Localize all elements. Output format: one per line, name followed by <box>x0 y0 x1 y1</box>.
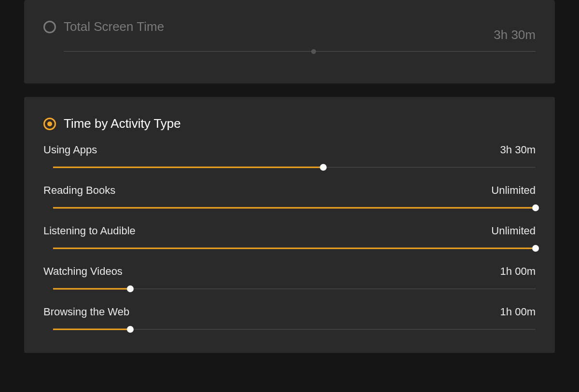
slider-fill <box>53 329 130 330</box>
slider-thumb[interactable] <box>532 245 539 252</box>
total-screen-time-value: 3h 30m <box>494 27 536 42</box>
slider-fill <box>53 248 536 249</box>
slider-thumb[interactable] <box>320 164 327 171</box>
activity-list: Using Apps 3h 30m Reading Books Unlimite… <box>43 144 536 333</box>
time-by-activity-card: Time by Activity Type Using Apps 3h 30m … <box>24 97 555 353</box>
activity-slider-using-apps[interactable] <box>53 164 536 171</box>
activity-row-using-apps: Using Apps 3h 30m <box>53 144 536 171</box>
slider-fill <box>53 288 130 290</box>
activity-name: Listening to Audible <box>43 225 136 237</box>
total-screen-time-card: Total Screen Time 3h 30m <box>24 0 555 83</box>
activity-name: Reading Books <box>43 184 115 197</box>
activity-name: Watching Videos <box>43 265 123 278</box>
activity-slider-browsing-web[interactable] <box>53 326 536 333</box>
radio-checked-icon <box>43 118 56 130</box>
time-by-activity-title: Time by Activity Type <box>64 116 181 131</box>
slider-fill <box>53 167 323 168</box>
time-by-activity-option[interactable]: Time by Activity Type <box>43 116 536 131</box>
activity-row-watching-videos: Watching Videos 1h 00m <box>53 265 536 292</box>
slider-thumb <box>311 49 316 54</box>
total-screen-time-slider <box>64 51 536 52</box>
activity-name: Browsing the Web <box>43 306 129 318</box>
activity-row-listening-audible: Listening to Audible Unlimited <box>53 225 536 252</box>
activity-slider-listening-audible[interactable] <box>53 245 536 252</box>
activity-row-reading-books: Reading Books Unlimited <box>53 184 536 211</box>
activity-slider-reading-books[interactable] <box>53 204 536 211</box>
activity-value: 1h 00m <box>500 265 536 278</box>
activity-value: Unlimited <box>491 184 536 197</box>
activity-row-browsing-web: Browsing the Web 1h 00m <box>53 306 536 333</box>
total-screen-time-title: Total Screen Time <box>64 19 164 34</box>
activity-name: Using Apps <box>43 144 97 156</box>
activity-value: 1h 00m <box>500 306 536 318</box>
slider-thumb[interactable] <box>532 204 539 211</box>
activity-value: Unlimited <box>491 225 536 237</box>
slider-fill <box>53 207 536 209</box>
activity-slider-watching-videos[interactable] <box>53 285 536 292</box>
radio-unchecked-icon <box>43 21 56 33</box>
activity-value: 3h 30m <box>500 144 536 156</box>
slider-thumb[interactable] <box>127 285 134 292</box>
slider-thumb[interactable] <box>127 326 134 333</box>
